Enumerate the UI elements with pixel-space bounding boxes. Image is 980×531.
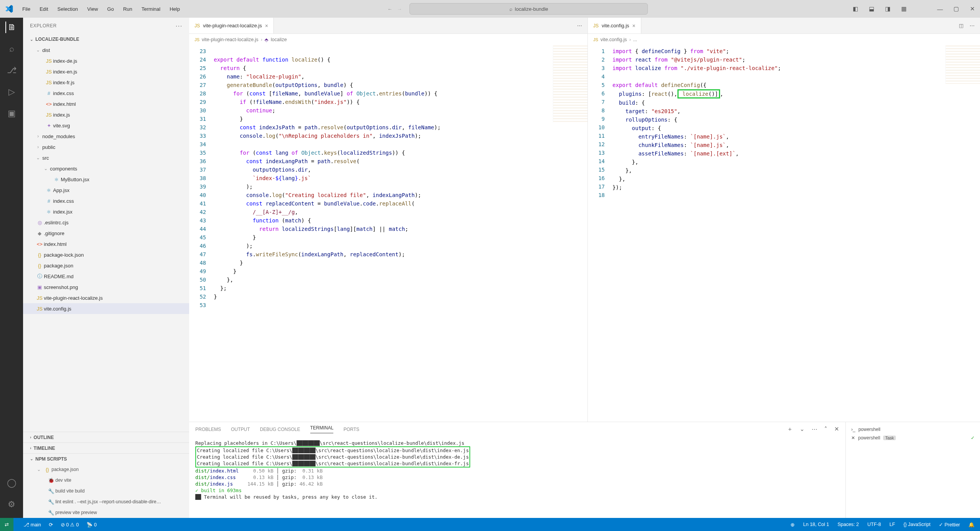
- code-right[interactable]: 123456789101112131415161718 import { def…: [588, 45, 980, 422]
- dropdown-icon[interactable]: ⌄: [800, 426, 805, 433]
- project-section[interactable]: ⌄ LOCALIZE-BUNDLE: [23, 34, 189, 45]
- folder-public[interactable]: ›public: [23, 142, 189, 152]
- new-terminal-icon[interactable]: ＋: [787, 426, 793, 433]
- file-mybutton[interactable]: ⚛MyButton.jsx: [23, 174, 189, 185]
- file-viteconfig[interactable]: JSvite.config.js: [23, 303, 189, 314]
- tab-viteplugin[interactable]: JS vite-plugin-react-localize.js ×: [189, 18, 274, 33]
- minimize-icon[interactable]: ―: [936, 6, 944, 12]
- panel-tab-debug[interactable]: DEBUG CONSOLE: [260, 427, 300, 432]
- file-indexhtml-dist[interactable]: <>index.html: [23, 99, 189, 109]
- status-bell-icon[interactable]: 🔔: [968, 522, 975, 528]
- outline-section[interactable]: ›OUTLINE: [23, 432, 189, 442]
- close-icon[interactable]: ×: [632, 23, 636, 29]
- npm-build[interactable]: 🔧build vite build: [23, 486, 189, 496]
- status-lang[interactable]: {} JavaScript: [903, 522, 930, 527]
- menu-edit[interactable]: Edit: [36, 5, 52, 13]
- minimap[interactable]: [553, 45, 587, 122]
- npm-pkg[interactable]: ⌄{}package.json: [23, 464, 189, 475]
- file-pkglock[interactable]: {}package-lock.json: [23, 249, 189, 260]
- layout-left-icon[interactable]: ◧: [852, 5, 859, 12]
- maximize-panel-icon[interactable]: ˄: [824, 426, 827, 433]
- menu-go[interactable]: Go: [103, 5, 118, 13]
- status-ln[interactable]: Ln 18, Col 1: [803, 522, 829, 527]
- breadcrumbs-right[interactable]: JS vite.config.js› ...: [588, 34, 980, 45]
- file-appjsx[interactable]: ⚛App.jsx: [23, 185, 189, 195]
- layout-bottom-icon[interactable]: ⬓: [868, 5, 875, 12]
- activity-extensions-icon[interactable]: ▣: [6, 108, 17, 119]
- terminal-item-2[interactable]: ✕powershell Task✓: [849, 434, 977, 442]
- close-panel-icon[interactable]: ✕: [834, 426, 839, 433]
- file-index-de[interactable]: JSindex-de.js: [23, 55, 189, 66]
- status-eol[interactable]: LF: [889, 522, 895, 527]
- layout-grid-icon[interactable]: ▦: [900, 5, 908, 12]
- npm-lint[interactable]: 🔧lint eslint . --ext js,jsx --report-unu…: [23, 496, 189, 507]
- file-indexjs-dist[interactable]: JSindex.js: [23, 109, 189, 120]
- command-center[interactable]: ⌕ localize-bundle: [409, 3, 648, 15]
- npm-section[interactable]: ⌄NPM SCRIPTS: [23, 453, 189, 464]
- file-vitesvg[interactable]: ✦vite.svg: [23, 120, 189, 131]
- timeline-section[interactable]: ›TIMELINE: [23, 442, 189, 453]
- more-icon[interactable]: ⋯: [812, 426, 817, 433]
- panel-tab-terminal[interactable]: TERMINAL: [310, 425, 334, 433]
- nav-forward-icon[interactable]: →: [397, 6, 402, 12]
- file-indexhtml[interactable]: <>index.html: [23, 239, 189, 249]
- nav-back-icon[interactable]: ←: [387, 6, 392, 12]
- terminal-output[interactable]: Replacing placeholders in C:\Users\█████…: [189, 437, 845, 518]
- folder-src[interactable]: ⌄src: [23, 152, 189, 163]
- file-tree[interactable]: ⌄dist JSindex-de.js JSindex-en.js JSinde…: [23, 45, 189, 432]
- status-spaces[interactable]: Spaces: 2: [837, 522, 859, 527]
- status-prettier[interactable]: ✓ Prettier: [939, 522, 960, 528]
- panel-tab-problems[interactable]: PROBLEMS: [195, 427, 221, 432]
- minimap[interactable]: [945, 45, 980, 84]
- file-indexcss[interactable]: #index.css: [23, 195, 189, 206]
- folder-dist[interactable]: ⌄dist: [23, 45, 189, 55]
- activity-explorer-icon[interactable]: 🗎: [5, 22, 17, 33]
- zoom-icon[interactable]: ⊕: [790, 522, 795, 528]
- breadcrumbs-left[interactable]: JS vite-plugin-react-localize.js› ⬘ loca…: [189, 34, 587, 45]
- file-gitignore[interactable]: ◆.gitignore: [23, 228, 189, 239]
- status-encoding[interactable]: UTF-8: [867, 522, 881, 527]
- menu-terminal[interactable]: Terminal: [138, 5, 164, 13]
- menu-view[interactable]: View: [83, 5, 102, 13]
- terminal-item-1[interactable]: ›_powershell: [849, 425, 977, 434]
- activity-account-icon[interactable]: ◯: [6, 477, 17, 489]
- file-screenshot[interactable]: ▣screenshot.png: [23, 282, 189, 292]
- file-indexcss-dist[interactable]: #index.css: [23, 88, 189, 99]
- npm-dev[interactable]: 🐞dev vite: [23, 475, 189, 486]
- menu-help[interactable]: Help: [166, 5, 184, 13]
- activity-debug-icon[interactable]: ▷: [6, 86, 17, 98]
- status-sync[interactable]: ⟳: [49, 522, 53, 528]
- file-readme[interactable]: ⓘREADME.md: [23, 271, 189, 282]
- status-errors[interactable]: ⊘ 0 ⚠ 0: [61, 522, 79, 528]
- file-index-en[interactable]: JSindex-en.js: [23, 66, 189, 77]
- layout-right-icon[interactable]: ◨: [884, 5, 892, 12]
- menu-file[interactable]: File: [18, 5, 34, 13]
- panel-tab-ports[interactable]: PORTS: [343, 427, 359, 432]
- tab-viteconfig[interactable]: JS vite.config.js ×: [588, 18, 641, 33]
- npm-preview[interactable]: 🔧preview vite preview: [23, 507, 189, 518]
- panel-tab-output[interactable]: OUTPUT: [231, 427, 250, 432]
- file-viteplugin[interactable]: JSvite-plugin-react-localize.js: [23, 292, 189, 303]
- folder-components[interactable]: ⌄components: [23, 163, 189, 174]
- maximize-icon[interactable]: ▢: [952, 5, 960, 12]
- activity-search-icon[interactable]: ⌕: [6, 43, 17, 55]
- split-icon[interactable]: ◫: [959, 23, 963, 28]
- folder-nodemodules[interactable]: ›node_modules: [23, 131, 189, 142]
- status-radio[interactable]: 📡 0: [87, 522, 97, 528]
- file-pkg[interactable]: {}package.json: [23, 260, 189, 271]
- activity-settings-icon[interactable]: ⚙: [6, 499, 17, 510]
- activity-scm-icon[interactable]: ⎇: [6, 65, 17, 76]
- menu-selection[interactable]: Selection: [53, 5, 82, 13]
- file-eslintrc[interactable]: ◎.eslintrc.cjs: [23, 217, 189, 228]
- close-icon[interactable]: ×: [265, 23, 268, 29]
- close-window-icon[interactable]: ✕: [968, 5, 976, 12]
- status-branch[interactable]: ⎇ main: [23, 522, 41, 528]
- more-icon[interactable]: ⋯: [577, 23, 582, 28]
- explorer-more-icon[interactable]: ⋯: [175, 22, 183, 30]
- more-icon[interactable]: ⋯: [970, 23, 975, 28]
- file-indexjsx[interactable]: ⚛index.jsx: [23, 206, 189, 217]
- remote-indicator[interactable]: ⇄: [0, 518, 13, 531]
- file-index-fr[interactable]: JSindex-fr.js: [23, 77, 189, 88]
- menu-run[interactable]: Run: [119, 5, 136, 13]
- code-left[interactable]: 2324252627282930313233343536373839404142…: [189, 45, 587, 422]
